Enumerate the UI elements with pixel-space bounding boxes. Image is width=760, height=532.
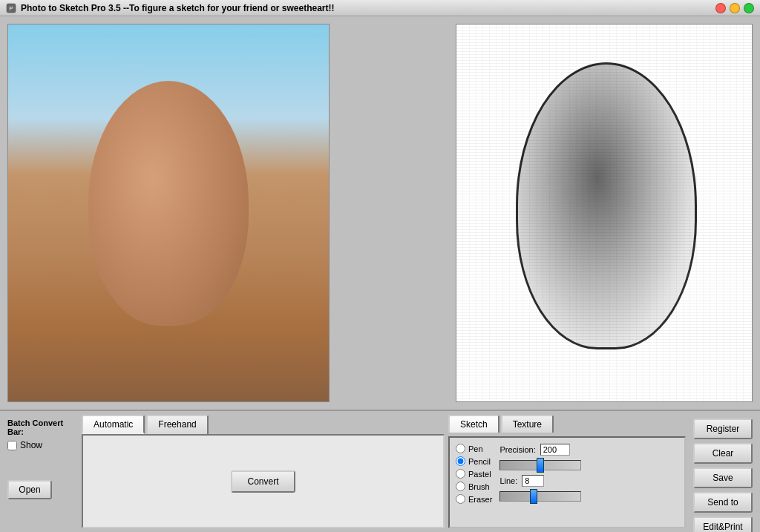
sketch-content: Pen Pencil Pastel Brush [448,436,686,528]
pencil-radio[interactable] [456,456,465,466]
precision-label: Precision: [499,445,535,454]
tab-freehand[interactable]: Freehand [146,415,208,434]
svg-text:P: P [9,5,13,12]
pencil-label: Pencil [468,457,491,466]
precision-input[interactable] [540,444,570,456]
sketch-texture-tabs: Sketch Texture [448,415,686,433]
precision-slider-container [499,460,581,470]
show-label: Show [20,440,42,450]
line-input[interactable] [522,475,544,487]
pen-radio[interactable] [456,444,465,453]
maximize-button[interactable] [744,3,754,13]
brush-row: Brush [456,482,492,491]
close-button[interactable] [715,3,726,13]
pen-label: Pen [468,444,483,453]
sketch-result [456,24,752,401]
precision-row: Precision: [499,444,581,456]
clear-button[interactable]: Clear [693,443,753,464]
tab-area: Automatic Freehand Convert [82,415,445,528]
pastel-row: Pastel [456,469,492,479]
original-photo-panel [7,24,330,402]
app-icon: P [6,3,16,13]
show-row: Show [7,440,74,450]
eraser-row: Eraser [456,494,492,504]
tool-options: Pen Pencil Pastel Brush [456,444,492,521]
minimize-button[interactable] [730,3,740,13]
pastel-label: Pastel [468,470,491,479]
eraser-radio[interactable] [456,494,465,504]
title-bar: P Photo to Sketch Pro 3.5 --To figure a … [0,0,760,16]
image-area [0,16,760,410]
tab-bar: Automatic Freehand [82,415,445,434]
window-controls [715,3,754,13]
line-slider-container [499,491,581,502]
edit-print-button[interactable]: Edit&Print [693,516,753,532]
register-button[interactable]: Register [693,418,753,439]
pastel-radio[interactable] [456,469,465,479]
tab-texture[interactable]: Texture [501,415,554,433]
precision-area: Precision: Line: [499,444,581,521]
action-buttons: Register Clear Save Send to Edit&Print [689,415,756,528]
window-title: Photo to Sketch Pro 3.5 --To figure a sk… [21,3,711,13]
convert-button[interactable]: Convert [231,470,295,493]
tab-content: Convert [82,434,445,528]
bottom-panel: Batch Convert Bar: Show Open Automatic F… [0,410,760,532]
main-content: Batch Convert Bar: Show Open Automatic F… [0,16,760,532]
tab-automatic[interactable]: Automatic [82,415,145,434]
line-slider[interactable] [499,491,581,502]
show-checkbox[interactable] [7,441,17,450]
precision-slider[interactable] [499,460,581,470]
tab-sketch[interactable]: Sketch [448,415,499,433]
pencil-row: Pencil [456,456,492,466]
original-photo [8,24,329,401]
eraser-label: Eraser [468,495,492,504]
left-controls: Batch Convert Bar: Show Open [4,415,78,528]
open-button[interactable]: Open [7,480,52,499]
line-row: Line: [499,475,581,487]
brush-label: Brush [468,482,490,491]
batch-convert-label: Batch Convert Bar: [7,418,74,436]
send-to-button[interactable]: Send to [693,492,753,513]
save-button[interactable]: Save [693,467,753,488]
brush-radio[interactable] [456,482,465,491]
pen-row: Pen [456,444,492,453]
line-label: Line: [499,476,517,485]
right-controls: Sketch Texture Pen Pencil Pas [448,415,686,528]
sketch-result-panel [456,24,753,402]
